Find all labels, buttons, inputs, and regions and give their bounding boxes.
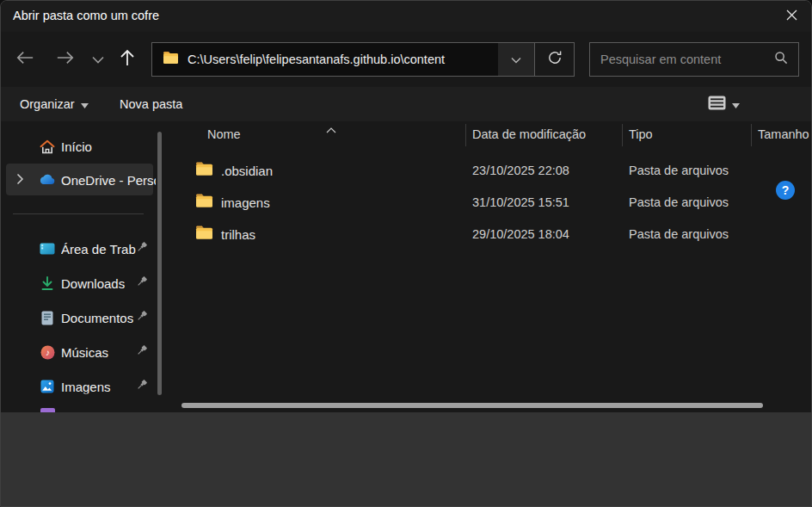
- open-vault-dialog: Abrir pasta como um cofre C: [0, 0, 812, 507]
- up-arrow-icon: [119, 48, 136, 71]
- pin-icon: [136, 379, 148, 394]
- desktop-icon: [40, 241, 55, 257]
- sidebar-item-pictures[interactable]: Imagens: [6, 370, 153, 403]
- search-icon: [774, 51, 788, 68]
- folder-icon: [163, 51, 179, 68]
- folder-icon: [195, 193, 213, 211]
- onedrive-icon: [40, 172, 55, 188]
- command-bar: Organizar Nova pasta ?: [1, 87, 812, 121]
- file-row[interactable]: .obsidian 23/10/2025 22:08 Pasta de arqu…: [164, 154, 812, 186]
- search-box: [589, 42, 799, 77]
- folder-icon: [195, 161, 213, 179]
- column-separator[interactable]: [751, 124, 752, 146]
- home-icon: [40, 139, 55, 154]
- pin-icon: [136, 241, 148, 257]
- back-button[interactable]: [14, 48, 36, 71]
- column-header-name[interactable]: Nome: [207, 127, 241, 141]
- sidebar-item-documents[interactable]: Documentos: [6, 301, 153, 334]
- dialog-title: Abrir pasta como um cofre: [13, 9, 159, 22]
- up-button[interactable]: [116, 48, 138, 71]
- sidebar-item-label: OneDrive - Perso: [61, 172, 156, 187]
- file-modified: 29/10/2025 18:04: [472, 227, 569, 241]
- recent-locations-button[interactable]: [87, 48, 109, 71]
- address-bar[interactable]: C:\Users\felip\felipesantanafs.github.io…: [151, 42, 575, 77]
- new-folder-label: Nova pasta: [120, 97, 182, 111]
- file-type: Pasta de arquivos: [629, 195, 729, 209]
- chevron-down-icon: [92, 52, 104, 67]
- file-type: Pasta de arquivos: [629, 164, 729, 177]
- address-dropdown-button[interactable]: [498, 43, 534, 76]
- column-header-size[interactable]: Tamanho: [758, 127, 809, 141]
- file-modified: 31/10/2025 15:51: [472, 195, 569, 209]
- chevron-right-icon: [16, 173, 24, 189]
- pin-icon: [136, 275, 148, 291]
- pin-icon: [136, 344, 148, 360]
- download-icon: [40, 275, 55, 291]
- column-separator[interactable]: [465, 124, 466, 146]
- caret-down-icon: [732, 97, 740, 111]
- address-path-area[interactable]: C:\Users\felip\felipesantanafs.github.io…: [152, 43, 498, 76]
- file-name: trilhas: [221, 226, 255, 241]
- file-row[interactable]: imagens 31/10/2025 15:51 Pasta de arquiv…: [164, 186, 812, 218]
- sidebar-item-downloads[interactable]: Downloads: [6, 267, 153, 300]
- file-name: imagens: [221, 195, 270, 209]
- sidebar-item-label: Imagens: [61, 380, 111, 394]
- file-type: Pasta de arquivos: [629, 227, 729, 241]
- sidebar-item-desktop[interactable]: Área de Trab: [6, 232, 153, 265]
- address-path-text: C:\Users\felip\felipesantanafs.github.io…: [188, 53, 445, 66]
- new-folder-button[interactable]: Nova pasta: [120, 87, 182, 121]
- sidebar-item-label: Músicas: [61, 345, 108, 360]
- refresh-icon: [547, 50, 563, 69]
- file-name: .obsidian: [221, 163, 273, 177]
- sidebar-item-label: Downloads: [61, 276, 125, 291]
- details-view-icon: [708, 96, 726, 113]
- organize-menu-button[interactable]: Organizar: [20, 87, 89, 121]
- caret-down-icon: [81, 97, 89, 111]
- close-button[interactable]: [772, 1, 811, 32]
- horizontal-scrollbar[interactable]: [181, 403, 763, 408]
- document-icon: [40, 310, 55, 325]
- forward-arrow-icon: [56, 50, 75, 69]
- music-icon: ♪: [40, 344, 55, 360]
- column-header-type[interactable]: Tipo: [629, 127, 653, 141]
- pictures-icon: [40, 379, 55, 394]
- back-arrow-icon: [15, 50, 34, 69]
- view-mode-button[interactable]: [708, 87, 740, 121]
- chevron-down-icon: [511, 52, 521, 67]
- music-note-glyph: ♪: [46, 348, 50, 357]
- file-row[interactable]: trilhas 29/10/2025 18:04 Pasta de arquiv…: [164, 218, 812, 250]
- column-header-modified[interactable]: Data de modificação: [472, 127, 586, 141]
- footer-panel: Pasta: Selecionar pasta Cancelar: [1, 412, 812, 507]
- organize-label: Organizar: [20, 97, 75, 111]
- pin-icon: [136, 310, 148, 325]
- column-separator[interactable]: [622, 124, 623, 146]
- sort-ascending-icon: [326, 121, 336, 137]
- sidebar-item-label: Documentos: [61, 311, 133, 325]
- file-modified: 23/10/2025 22:08: [472, 164, 569, 177]
- title-bar: Abrir pasta como um cofre: [1, 1, 812, 32]
- sidebar-item-home[interactable]: Início: [6, 130, 153, 163]
- forward-button[interactable]: [54, 48, 77, 71]
- search-input[interactable]: [600, 53, 774, 66]
- refresh-button[interactable]: [534, 43, 574, 76]
- sidebar-scrollbar[interactable]: [157, 132, 162, 395]
- sidebar-divider: [13, 213, 144, 214]
- sidebar-item-onedrive[interactable]: OneDrive - Perso: [6, 164, 153, 195]
- sidebar-item-label: Área de Trab: [61, 242, 136, 257]
- sidebar-item-music[interactable]: ♪ Músicas: [6, 336, 153, 368]
- sidebar-item-label: Início: [61, 139, 92, 154]
- folder-icon: [195, 225, 213, 243]
- close-icon: [785, 9, 798, 25]
